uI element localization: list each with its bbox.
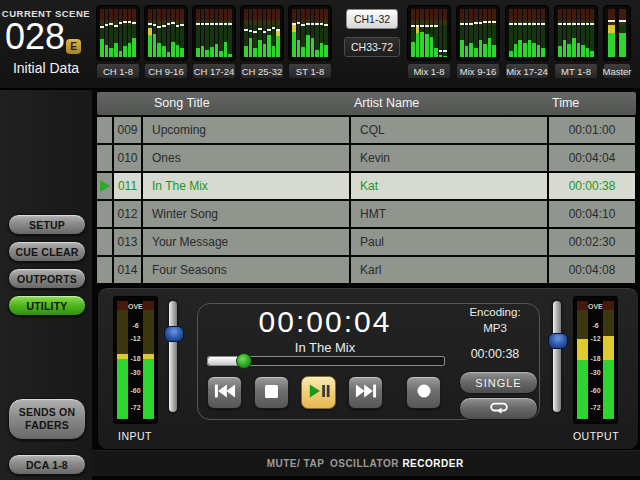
fader-position-mark <box>608 20 615 22</box>
fader-position-mark <box>297 22 301 24</box>
meter-group-ch-1-8[interactable]: CH 1-8 <box>96 5 140 79</box>
current-scene-box[interactable]: CURRENT SCENE 028 E Initial Data <box>0 0 92 88</box>
input-fader-knob[interactable] <box>164 326 184 342</box>
channel-meter <box>272 9 276 57</box>
channel-meter <box>523 9 527 57</box>
channel-meter <box>479 9 483 57</box>
song-table-rows: 009UpcomingCQL00:01:00010OnesKevin00:04:… <box>97 117 636 285</box>
meter-group-ch-9-16[interactable]: CH 9-16 <box>144 5 188 79</box>
channel-meter <box>411 9 415 57</box>
fader-position-mark <box>411 25 415 27</box>
meter-group-mt-1-8[interactable]: MT 1-8 <box>554 5 598 79</box>
song-row-009[interactable]: 009UpcomingCQL00:01:00 <box>97 117 636 143</box>
fader-position-mark <box>228 23 232 25</box>
column-artist-name: Artist Name <box>354 96 419 110</box>
play-pause-icon <box>308 384 330 402</box>
channel-meter <box>297 9 301 57</box>
channel-meter <box>201 9 205 57</box>
record-button[interactable] <box>406 376 441 409</box>
progress-bar[interactable] <box>207 356 445 366</box>
channel-meter <box>439 9 443 57</box>
song-row-014[interactable]: 014Four SeasonsKarl00:04:08 <box>97 257 636 283</box>
meter-screen <box>288 5 332 61</box>
artist-name: Paul <box>351 229 547 255</box>
meter-group-ch-17-24[interactable]: CH 17-24 <box>192 5 236 79</box>
layer-button-ch33-72[interactable]: CH33-72 <box>344 37 400 57</box>
song-number: 009 <box>114 117 141 143</box>
song-number: 013 <box>114 229 141 255</box>
channel-meter <box>167 9 171 57</box>
meter-group-mix-17-24[interactable]: Mix 17-24 <box>505 5 549 79</box>
meter-group-mix-1-8[interactable]: Mix 1-8 <box>407 5 451 79</box>
fader-position-mark <box>253 31 257 33</box>
input-fader-track[interactable] <box>169 301 177 412</box>
channel-meter <box>100 9 104 57</box>
channel-meter <box>320 9 324 57</box>
meter-group-st-1-8[interactable]: ST 1-8 <box>288 5 332 79</box>
sidebar-button-outports[interactable]: OUTPORTS <box>8 268 86 289</box>
channel-meter <box>196 9 200 57</box>
sidebar-button-sends-on-faders[interactable]: SENDS ON FADERS <box>8 398 86 440</box>
channel-meter <box>416 9 420 57</box>
song-row-011[interactable]: 011In The MixKat00:00:38 <box>97 173 636 199</box>
tab-recorder[interactable]: RECORDER <box>398 458 468 469</box>
sidebar-button-setup[interactable]: SETUP <box>8 214 86 235</box>
sidebar-button-dca-1-8[interactable]: DCA 1-8 <box>8 454 86 475</box>
fader-position-mark <box>586 23 590 25</box>
channel-meter <box>434 9 438 57</box>
sidebar-button-cue-clear[interactable]: CUE CLEAR <box>8 241 86 262</box>
channel-meter <box>528 9 532 57</box>
meter-group-label: Master <box>603 63 631 79</box>
song-row-010[interactable]: 010OnesKevin00:04:04 <box>97 145 636 171</box>
fader-position-mark <box>167 23 171 25</box>
sidebar-button-utility[interactable]: UTILITY <box>8 295 86 316</box>
song-title: Ones <box>143 145 349 171</box>
output-fader-knob[interactable] <box>548 333 568 349</box>
meter-group-label: Mix 1-8 <box>407 63 451 79</box>
fader-position-mark <box>196 23 200 25</box>
record-icon <box>417 384 431 402</box>
fader-position-mark <box>153 24 157 26</box>
song-number: 010 <box>114 145 141 171</box>
fader-position-mark <box>590 23 594 25</box>
layer-button-ch1-32[interactable]: CH1-32 <box>346 9 398 29</box>
channel-meter <box>105 9 109 57</box>
fader-position-mark <box>109 23 113 25</box>
meter-group-ch-25-32[interactable]: CH 25-32 <box>240 5 284 79</box>
channel-meter <box>469 9 473 57</box>
song-row-013[interactable]: 013Your MessagePaul00:02:30 <box>97 229 636 255</box>
play-pause-button[interactable] <box>301 376 336 409</box>
level-bar <box>117 301 128 419</box>
next-button[interactable] <box>348 376 383 409</box>
fader-position-mark <box>292 23 296 25</box>
fader-position-mark <box>276 29 280 31</box>
song-row-012[interactable]: 012Winter SongHMT00:04:10 <box>97 201 636 227</box>
meter-group-master[interactable]: Master <box>603 5 631 79</box>
sidebar: SETUPCUE CLEAROUTPORTSUTILITYSENDS ON FA… <box>0 90 92 480</box>
rewind-button[interactable] <box>207 376 242 409</box>
meter-group-mix-9-16[interactable]: Mix 9-16 <box>456 5 500 79</box>
channel-meter <box>465 9 469 57</box>
stop-button[interactable] <box>254 376 289 409</box>
row-indicator <box>97 145 112 171</box>
tab-oscillator[interactable]: OSCILLATOR <box>322 458 407 469</box>
channel-meter <box>224 9 228 57</box>
fader-position-mark <box>541 23 545 25</box>
fader-position-mark <box>267 29 271 31</box>
output-fader-track[interactable] <box>553 301 561 412</box>
channel-meter <box>119 9 123 57</box>
fader-position-mark <box>215 23 219 25</box>
repeat-button[interactable] <box>459 397 538 420</box>
channel-meter <box>276 9 280 57</box>
channel-meter <box>148 9 152 57</box>
fader-position-mark <box>465 23 469 25</box>
row-indicator <box>97 229 112 255</box>
fader-position-mark <box>244 29 248 31</box>
fader-position-mark <box>114 25 118 27</box>
scene-number: 028 <box>4 16 66 58</box>
single-mode-label: SINGLE <box>475 377 521 389</box>
single-mode-button[interactable]: SINGLE <box>459 371 538 394</box>
level-bar <box>143 301 154 419</box>
fader-position-mark <box>434 25 438 27</box>
meter-group-label: Mix 17-24 <box>505 63 549 79</box>
